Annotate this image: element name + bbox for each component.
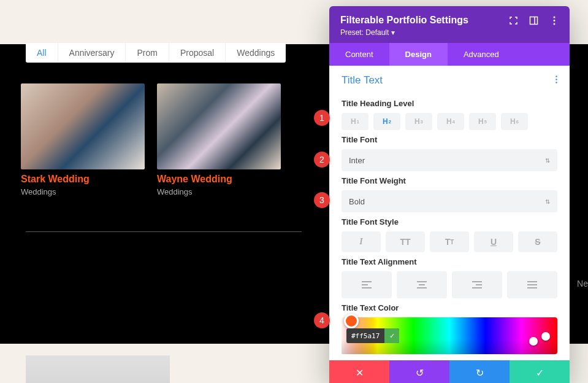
portfolio-category: Weddings xyxy=(157,187,281,196)
heading-h1[interactable]: H1 xyxy=(342,113,368,130)
divider xyxy=(26,231,302,232)
svg-point-4 xyxy=(553,23,555,25)
underline-button[interactable]: U xyxy=(474,231,513,252)
heading-h2[interactable]: H2 xyxy=(373,113,400,130)
annotation-badge-3: 3 xyxy=(314,192,330,208)
undo-button[interactable]: ↺ xyxy=(389,360,449,383)
hex-confirm-button[interactable]: ✓ xyxy=(384,328,399,343)
strikethrough-button[interactable]: S xyxy=(518,231,557,252)
section-title[interactable]: Title Text xyxy=(342,74,383,87)
align-buttons xyxy=(342,271,557,298)
color-swatch[interactable] xyxy=(344,314,359,328)
svg-point-7 xyxy=(556,82,557,83)
style-buttons: I TT TT U S xyxy=(342,231,557,252)
smallcaps-button[interactable]: TT xyxy=(430,231,469,252)
cancel-button[interactable]: ✕ xyxy=(329,360,389,383)
svg-point-5 xyxy=(556,75,557,77)
heading-h6[interactable]: H6 xyxy=(501,113,528,130)
heading-h4[interactable]: H4 xyxy=(437,113,464,130)
heading-h5[interactable]: H5 xyxy=(469,113,496,130)
kebab-icon[interactable] xyxy=(549,16,559,25)
redo-button[interactable]: ↻ xyxy=(449,360,510,383)
portfolio-image[interactable] xyxy=(157,83,281,169)
portfolio-category: Weddings xyxy=(21,187,145,196)
hue-handle[interactable] xyxy=(529,337,538,346)
section-menu-icon[interactable] xyxy=(556,75,557,86)
align-label: Title Text Alignment xyxy=(342,257,557,266)
next-link[interactable]: Ne xyxy=(577,279,588,288)
filter-bar: All Anniversary Prom Proposal Weddings xyxy=(26,43,286,63)
settings-panel: Filterable Portfolio Settings Preset: De… xyxy=(329,6,570,383)
filter-anniversary[interactable]: Anniversary xyxy=(58,43,126,63)
caret-icon: ⇅ xyxy=(545,198,550,205)
font-select[interactable]: Inter ⇅ xyxy=(342,149,557,171)
align-left-button[interactable] xyxy=(342,271,392,298)
uppercase-button[interactable]: TT xyxy=(386,231,425,252)
save-button[interactable]: ✓ xyxy=(510,360,570,383)
svg-point-3 xyxy=(553,20,555,21)
preset-selector[interactable]: Preset: Default ▾ xyxy=(340,28,559,37)
weight-select[interactable]: Bold ⇅ xyxy=(342,190,557,212)
annotation-badge-1: 1 xyxy=(314,110,330,126)
caret-icon: ⇅ xyxy=(545,157,550,164)
font-value: Inter xyxy=(349,156,365,165)
weight-label: Title Font Weight xyxy=(342,176,557,185)
portfolio-title: Stark Wedding xyxy=(21,174,145,185)
weight-value: Bold xyxy=(349,197,365,206)
annotation-badge-2: 2 xyxy=(314,152,330,168)
tab-design[interactable]: Design xyxy=(389,43,448,66)
italic-button[interactable]: I xyxy=(342,231,381,252)
filter-proposal[interactable]: Proposal xyxy=(169,43,226,63)
focus-icon[interactable] xyxy=(509,16,518,25)
panel-title: Filterable Portfolio Settings xyxy=(340,15,468,26)
svg-point-2 xyxy=(553,16,555,18)
filter-prom[interactable]: Prom xyxy=(126,43,169,63)
portfolio-item[interactable]: Wayne Wedding Weddings xyxy=(157,83,281,196)
panel-header: Filterable Portfolio Settings Preset: De… xyxy=(329,6,570,43)
annotation-badge-4: 4 xyxy=(314,312,330,328)
style-label: Title Font Style xyxy=(342,217,557,226)
svg-rect-0 xyxy=(530,17,538,24)
filter-weddings[interactable]: Weddings xyxy=(226,43,286,63)
color-picker[interactable]: #ff5a17 ✓ xyxy=(342,317,557,354)
heading-h3[interactable]: H3 xyxy=(405,113,432,130)
heading-level-label: Title Heading Level xyxy=(342,99,557,108)
tab-content[interactable]: Content xyxy=(329,43,389,66)
panel-body: Title Text Title Heading Level H1 H2 H3 … xyxy=(329,66,570,360)
font-label: Title Font xyxy=(342,135,557,144)
tab-advanced[interactable]: Advanced xyxy=(448,43,515,66)
heading-levels: H1 H2 H3 H4 H5 H6 xyxy=(342,113,557,130)
filter-all[interactable]: All xyxy=(26,43,58,63)
align-right-button[interactable] xyxy=(452,271,502,298)
align-justify-button[interactable] xyxy=(507,271,557,298)
hex-value[interactable]: #ff5a17 xyxy=(346,332,384,340)
color-label: Title Text Color xyxy=(342,303,557,312)
portfolio-item[interactable]: Stark Wedding Weddings xyxy=(21,83,145,196)
align-center-button[interactable] xyxy=(397,271,447,298)
portfolio-image[interactable] xyxy=(21,83,145,169)
svg-point-6 xyxy=(556,79,557,80)
layout-icon[interactable] xyxy=(529,16,538,25)
alpha-handle[interactable] xyxy=(541,332,550,341)
tabs: Content Design Advanced xyxy=(329,43,570,66)
hex-input-box: #ff5a17 ✓ xyxy=(346,328,399,343)
portfolio-grid: Stark Wedding Weddings Wayne Wedding Wed… xyxy=(21,83,281,196)
panel-footer: ✕ ↺ ↻ ✓ xyxy=(329,360,570,383)
thumbnail xyxy=(26,355,170,383)
portfolio-title: Wayne Wedding xyxy=(157,174,281,185)
